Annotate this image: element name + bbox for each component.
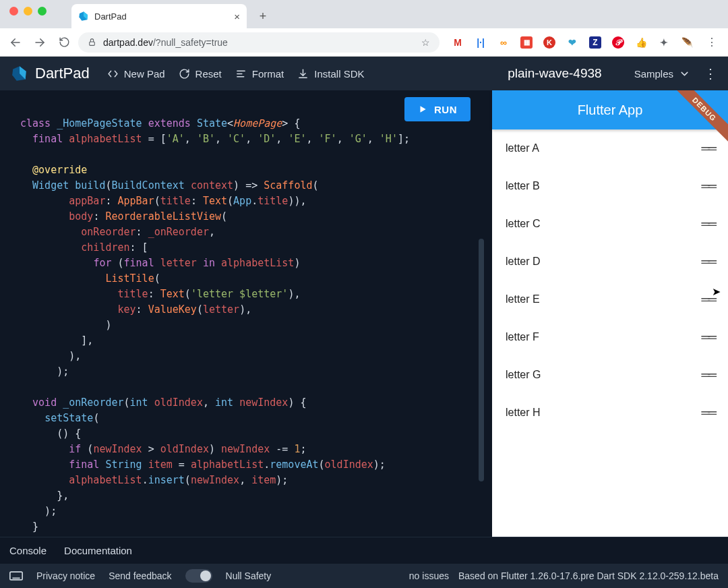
install-sdk-label: Install SDK — [314, 68, 364, 80]
list-item[interactable]: letter F══ — [492, 318, 728, 356]
drag-handle-icon[interactable]: ══ — [701, 368, 715, 382]
download-icon — [297, 68, 309, 80]
window-controls — [9, 7, 47, 16]
ext-icon-11[interactable]: 🪶 — [681, 36, 693, 49]
browser-tab-title: DartPad — [94, 11, 127, 22]
list-item[interactable]: letter B══ — [492, 167, 728, 205]
dartpad-brand[interactable]: DartPad — [11, 65, 90, 82]
ext-icon-4[interactable]: ▦ — [520, 36, 533, 49]
close-window-button[interactable] — [9, 7, 18, 16]
list-item-label: letter G — [506, 369, 541, 381]
forward-button[interactable] — [30, 32, 50, 53]
flutter-appbar: Flutter App — [492, 90, 728, 129]
new-pad-label: New Pad — [124, 68, 165, 80]
ext-icon-3[interactable]: ∞ — [497, 36, 510, 49]
svg-marker-12 — [421, 106, 426, 112]
samples-dropdown[interactable]: Samples — [634, 68, 690, 80]
new-tab-button[interactable]: + — [253, 7, 272, 26]
dartpad-menu-button[interactable]: ⋮ — [704, 65, 717, 82]
list-item-label: letter D — [506, 256, 541, 268]
list-item[interactable]: letter C══ — [492, 205, 728, 243]
address-url: dartpad.dev/?null_safety=true — [103, 37, 228, 48]
extensions-puzzle-icon[interactable]: ✦ — [658, 36, 670, 49]
reload-button[interactable] — [54, 32, 74, 53]
flutter-appbar-title: Flutter App — [578, 102, 643, 118]
format-button[interactable]: Format — [235, 68, 284, 80]
reset-label: Reset — [195, 68, 222, 80]
maximize-window-button[interactable] — [38, 7, 47, 16]
new-pad-button[interactable]: New Pad — [107, 68, 165, 80]
ext-icon-7[interactable]: Z — [589, 36, 601, 49]
list-item[interactable]: letter A══ — [492, 129, 728, 167]
reset-icon — [179, 68, 190, 80]
browser-tab[interactable]: DartPad × — [71, 4, 247, 28]
drag-handle-icon[interactable]: ══ — [701, 406, 715, 420]
back-button[interactable] — [5, 32, 26, 53]
samples-label: Samples — [634, 68, 673, 80]
chevron-down-icon — [679, 68, 690, 80]
null-safety-toggle[interactable] — [185, 569, 212, 583]
dartpad-app: DartPad New Pad Reset Format Install SDK… — [0, 57, 728, 588]
code-icon — [107, 68, 119, 80]
run-button-label: RUN — [434, 104, 457, 115]
gmail-icon[interactable]: M — [452, 36, 464, 49]
drag-handle-icon[interactable]: ══ — [701, 293, 715, 307]
run-button[interactable]: RUN — [404, 97, 471, 121]
reset-button[interactable]: Reset — [179, 68, 222, 80]
bottom-tab-row: Console Documentation — [0, 537, 728, 564]
list-item-label: letter B — [506, 180, 540, 192]
list-item[interactable]: letter E══ — [492, 281, 728, 318]
extension-icons: M |·| ∞ ▦ K ❤ Z 𝒫 👍 ✦ 🪶 ⋮ — [444, 32, 723, 53]
format-label: Format — [252, 68, 284, 80]
list-item[interactable]: letter D══ — [492, 243, 728, 281]
bookmark-star-button[interactable]: ☆ — [421, 37, 430, 48]
dartpad-favicon — [78, 11, 89, 22]
drag-handle-icon[interactable]: ══ — [701, 217, 715, 231]
browser-tab-strip: DartPad × + — [0, 0, 728, 28]
privacy-notice-link[interactable]: Privacy notice — [36, 570, 95, 581]
ext-icon-2[interactable]: |·| — [475, 36, 487, 49]
chrome-menu-button[interactable]: ⋮ — [704, 32, 720, 53]
lock-icon — [88, 38, 96, 47]
code-content[interactable]: class _HomePageState extends State<HomeP… — [0, 90, 492, 537]
minimize-window-button[interactable] — [24, 7, 32, 16]
sdk-version: Based on Flutter 1.26.0-17.6.pre Dart SD… — [458, 570, 719, 581]
drag-handle-icon[interactable]: ══ — [701, 179, 715, 194]
pinterest-icon[interactable]: 𝒫 — [612, 36, 624, 49]
issues-status[interactable]: no issues — [409, 570, 449, 581]
editor-scrollbar[interactable] — [479, 239, 484, 481]
svg-rect-4 — [90, 42, 95, 45]
dart-logo-icon — [11, 65, 28, 82]
list-item-label: letter E — [506, 293, 540, 305]
drag-handle-icon[interactable]: ══ — [701, 330, 715, 345]
list-item-label: letter C — [506, 218, 541, 230]
ext-icon-5[interactable]: K — [543, 36, 555, 49]
address-bar[interactable]: dartpad.dev/?null_safety=true ☆ — [78, 32, 439, 53]
format-icon — [235, 68, 247, 80]
documentation-tab[interactable]: Documentation — [64, 545, 132, 556]
list-item-label: letter H — [506, 407, 541, 419]
play-icon — [418, 105, 427, 114]
list-item-label: letter A — [506, 142, 539, 154]
dartpad-body: RUN class _HomePageState extends State<H… — [0, 90, 728, 537]
console-tab[interactable]: Console — [9, 545, 47, 556]
reorderable-list[interactable]: letter A══letter B══letter C══letter D══… — [492, 129, 728, 537]
dartpad-brand-text: DartPad — [35, 65, 90, 82]
dartpad-topbar: DartPad New Pad Reset Format Install SDK… — [0, 57, 728, 90]
send-feedback-link[interactable]: Send feedback — [109, 570, 171, 581]
install-sdk-button[interactable]: Install SDK — [297, 68, 364, 80]
drag-handle-icon[interactable]: ══ — [701, 142, 715, 156]
browser-toolbar: dartpad.dev/?null_safety=true ☆ M |·| ∞ … — [0, 28, 728, 57]
close-tab-button[interactable]: × — [234, 11, 240, 22]
ext-icon-6[interactable]: ❤ — [566, 36, 578, 49]
list-item-label: letter F — [506, 331, 539, 343]
null-safety-label: Null Safety — [226, 570, 272, 581]
list-item[interactable]: letter H══ — [492, 394, 728, 432]
pad-title: plain-wave-4938 — [508, 66, 601, 81]
preview-pane: Flutter App DEBUG letter A══letter B══le… — [492, 90, 728, 537]
code-editor-pane[interactable]: RUN class _HomePageState extends State<H… — [0, 90, 492, 537]
keyboard-icon[interactable] — [9, 571, 23, 581]
ext-icon-9[interactable]: 👍 — [635, 36, 647, 49]
list-item[interactable]: letter G══ — [492, 356, 728, 394]
drag-handle-icon[interactable]: ══ — [701, 255, 715, 269]
